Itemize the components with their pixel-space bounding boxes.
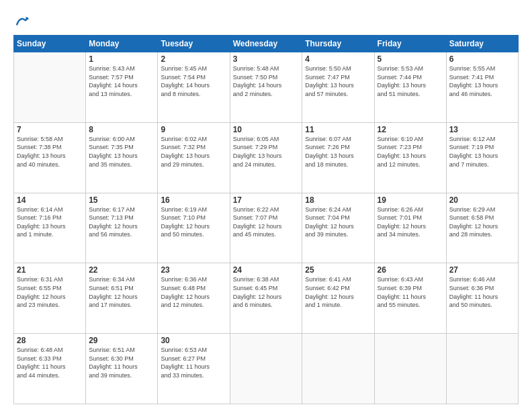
calendar-cell: 9Sunrise: 6:02 AMSunset: 7:32 PMDaylight… — [158, 122, 230, 193]
calendar-cell: 25Sunrise: 6:41 AMSunset: 6:42 PMDayligh… — [302, 263, 374, 334]
svg-marker-0 — [26, 17, 30, 21]
day-number: 3 — [233, 54, 300, 64]
day-number: 23 — [161, 265, 226, 275]
day-info: Sunrise: 6:26 AMSunset: 7:01 PMDaylight:… — [378, 205, 443, 239]
day-number: 9 — [161, 125, 226, 134]
calendar-cell — [302, 334, 374, 404]
day-info: Sunrise: 6:22 AMSunset: 7:07 PMDaylight:… — [233, 205, 300, 239]
day-info: Sunrise: 6:00 AMSunset: 7:35 PMDaylight:… — [89, 135, 154, 169]
calendar-cell: 20Sunrise: 6:29 AMSunset: 6:58 PMDayligh… — [446, 193, 518, 263]
day-number: 12 — [378, 125, 443, 134]
day-number: 24 — [233, 265, 300, 275]
calendar-cell — [230, 334, 302, 404]
calendar-cell: 19Sunrise: 6:26 AMSunset: 7:01 PMDayligh… — [374, 193, 446, 263]
day-info: Sunrise: 6:36 AMSunset: 6:48 PMDaylight:… — [161, 275, 226, 309]
day-info: Sunrise: 6:51 AMSunset: 6:30 PMDaylight:… — [89, 346, 154, 379]
calendar-header-row: SundayMondayTuesdayWednesdayThursdayFrid… — [14, 36, 519, 52]
weekday-header: Tuesday — [158, 36, 230, 52]
page: SundayMondayTuesdayWednesdayThursdayFrid… — [0, 0, 532, 411]
day-number: 19 — [378, 195, 443, 205]
calendar-cell: 13Sunrise: 6:12 AMSunset: 7:19 PMDayligh… — [446, 122, 518, 193]
day-info: Sunrise: 5:58 AMSunset: 7:38 PMDaylight:… — [17, 135, 83, 169]
logo-icon — [15, 13, 30, 28]
calendar-cell: 14Sunrise: 6:14 AMSunset: 7:16 PMDayligh… — [14, 193, 86, 263]
day-number: 27 — [449, 265, 515, 275]
header — [13, 11, 519, 28]
weekday-header: Saturday — [446, 36, 518, 52]
logo — [13, 13, 30, 28]
weekday-header: Wednesday — [230, 36, 302, 52]
day-number: 6 — [449, 54, 515, 64]
calendar-table: SundayMondayTuesdayWednesdayThursdayFrid… — [13, 35, 519, 404]
weekday-header: Sunday — [14, 36, 86, 52]
calendar-cell: 15Sunrise: 6:17 AMSunset: 7:13 PMDayligh… — [86, 193, 158, 263]
day-info: Sunrise: 6:17 AMSunset: 7:13 PMDaylight:… — [89, 205, 154, 239]
day-info: Sunrise: 6:31 AMSunset: 6:55 PMDaylight:… — [17, 275, 83, 309]
calendar-cell: 30Sunrise: 6:53 AMSunset: 6:27 PMDayligh… — [158, 334, 230, 404]
day-info: Sunrise: 6:29 AMSunset: 6:58 PMDaylight:… — [449, 205, 515, 239]
day-info: Sunrise: 6:10 AMSunset: 7:23 PMDaylight:… — [378, 135, 443, 169]
calendar-cell: 21Sunrise: 6:31 AMSunset: 6:55 PMDayligh… — [14, 263, 86, 334]
calendar-week-row: 1Sunrise: 5:43 AMSunset: 7:57 PMDaylight… — [14, 52, 519, 123]
calendar-cell: 18Sunrise: 6:24 AMSunset: 7:04 PMDayligh… — [302, 193, 374, 263]
calendar-cell: 11Sunrise: 6:07 AMSunset: 7:26 PMDayligh… — [302, 122, 374, 193]
day-info: Sunrise: 6:19 AMSunset: 7:10 PMDaylight:… — [161, 205, 226, 239]
day-info: Sunrise: 5:43 AMSunset: 7:57 PMDaylight:… — [89, 64, 154, 98]
day-number: 5 — [378, 54, 443, 64]
day-info: Sunrise: 6:53 AMSunset: 6:27 PMDaylight:… — [161, 346, 226, 379]
day-info: Sunrise: 6:46 AMSunset: 6:36 PMDaylight:… — [449, 275, 515, 309]
day-number: 10 — [233, 125, 300, 134]
day-info: Sunrise: 5:50 AMSunset: 7:47 PMDaylight:… — [305, 64, 371, 98]
day-info: Sunrise: 6:02 AMSunset: 7:32 PMDaylight:… — [161, 135, 226, 169]
day-number: 14 — [17, 195, 83, 205]
day-number: 8 — [89, 125, 154, 134]
day-info: Sunrise: 6:41 AMSunset: 6:42 PMDaylight:… — [305, 275, 371, 309]
day-info: Sunrise: 6:05 AMSunset: 7:29 PMDaylight:… — [233, 135, 300, 169]
calendar-cell — [446, 334, 518, 404]
weekday-header: Friday — [374, 36, 446, 52]
day-number: 21 — [17, 265, 83, 275]
day-number: 15 — [89, 195, 154, 205]
calendar-cell: 28Sunrise: 6:48 AMSunset: 6:33 PMDayligh… — [14, 334, 86, 404]
day-number: 13 — [449, 125, 515, 134]
calendar-cell: 6Sunrise: 5:55 AMSunset: 7:41 PMDaylight… — [446, 52, 518, 123]
day-number: 30 — [161, 336, 226, 345]
calendar-cell: 1Sunrise: 5:43 AMSunset: 7:57 PMDaylight… — [86, 52, 158, 123]
day-info: Sunrise: 5:55 AMSunset: 7:41 PMDaylight:… — [449, 64, 515, 98]
calendar-cell: 24Sunrise: 6:38 AMSunset: 6:45 PMDayligh… — [230, 263, 302, 334]
day-number: 28 — [17, 336, 83, 345]
day-number: 22 — [89, 265, 154, 275]
calendar-cell: 16Sunrise: 6:19 AMSunset: 7:10 PMDayligh… — [158, 193, 230, 263]
calendar-cell: 22Sunrise: 6:34 AMSunset: 6:51 PMDayligh… — [86, 263, 158, 334]
calendar-cell — [14, 52, 86, 123]
day-info: Sunrise: 5:45 AMSunset: 7:54 PMDaylight:… — [161, 64, 226, 98]
day-info: Sunrise: 6:38 AMSunset: 6:45 PMDaylight:… — [233, 275, 300, 309]
calendar-week-row: 7Sunrise: 5:58 AMSunset: 7:38 PMDaylight… — [14, 122, 519, 193]
calendar-week-row: 28Sunrise: 6:48 AMSunset: 6:33 PMDayligh… — [14, 334, 519, 404]
day-info: Sunrise: 6:12 AMSunset: 7:19 PMDaylight:… — [449, 135, 515, 169]
day-info: Sunrise: 5:53 AMSunset: 7:44 PMDaylight:… — [378, 64, 443, 98]
calendar-cell: 5Sunrise: 5:53 AMSunset: 7:44 PMDaylight… — [374, 52, 446, 123]
calendar-cell: 17Sunrise: 6:22 AMSunset: 7:07 PMDayligh… — [230, 193, 302, 263]
calendar-cell: 4Sunrise: 5:50 AMSunset: 7:47 PMDaylight… — [302, 52, 374, 123]
calendar-cell: 12Sunrise: 6:10 AMSunset: 7:23 PMDayligh… — [374, 122, 446, 193]
weekday-header: Thursday — [302, 36, 374, 52]
calendar-cell — [374, 334, 446, 404]
day-number: 17 — [233, 195, 300, 205]
calendar-cell: 2Sunrise: 5:45 AMSunset: 7:54 PMDaylight… — [158, 52, 230, 123]
day-info: Sunrise: 6:24 AMSunset: 7:04 PMDaylight:… — [305, 205, 371, 239]
calendar-cell: 10Sunrise: 6:05 AMSunset: 7:29 PMDayligh… — [230, 122, 302, 193]
day-number: 11 — [305, 125, 371, 134]
day-number: 16 — [161, 195, 226, 205]
day-number: 2 — [161, 54, 226, 64]
calendar-cell: 7Sunrise: 5:58 AMSunset: 7:38 PMDaylight… — [14, 122, 86, 193]
day-number: 7 — [17, 125, 83, 134]
weekday-header: Monday — [86, 36, 158, 52]
calendar-cell: 23Sunrise: 6:36 AMSunset: 6:48 PMDayligh… — [158, 263, 230, 334]
day-number: 20 — [449, 195, 515, 205]
day-info: Sunrise: 6:43 AMSunset: 6:39 PMDaylight:… — [378, 275, 443, 309]
calendar-week-row: 21Sunrise: 6:31 AMSunset: 6:55 PMDayligh… — [14, 263, 519, 334]
day-info: Sunrise: 6:34 AMSunset: 6:51 PMDaylight:… — [89, 275, 154, 309]
day-number: 26 — [378, 265, 443, 275]
day-number: 1 — [89, 54, 154, 64]
